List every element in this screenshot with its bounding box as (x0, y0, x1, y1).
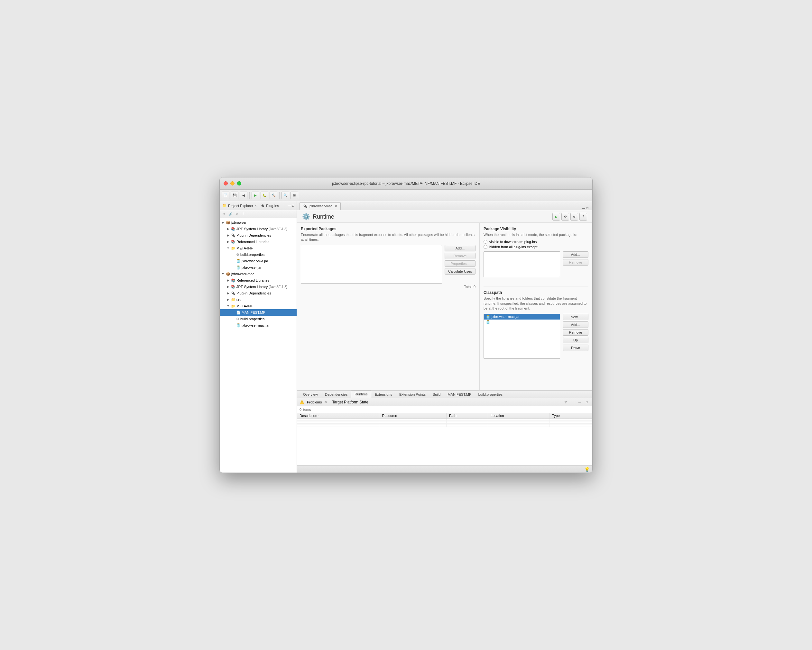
plugins-tab[interactable]: 🔌 Plug-ins (260, 204, 279, 208)
search-button[interactable]: 🔍 (281, 192, 289, 199)
deps-icon: 🔌 (231, 233, 235, 237)
filter-problems-button[interactable]: ▽ (563, 399, 568, 405)
tree-item-reflibs2[interactable]: ▶ 📚 Referenced Libraries (220, 277, 297, 283)
properties-package-button[interactable]: Properties... (445, 260, 476, 267)
tree-item-buildprops1[interactable]: ▶ ⚙ build.properties (220, 251, 297, 258)
exported-packages-list[interactable] (301, 245, 442, 283)
tree-item-plugindeps1[interactable]: ▶ 🔌 Plug-in Dependencies (220, 232, 297, 239)
tab-close-button[interactable]: ✕ (334, 204, 337, 208)
build-button[interactable]: 🔨 (270, 192, 277, 199)
filter-button[interactable]: ▽ (234, 211, 240, 217)
radio-visible[interactable]: visible to downstream plug-ins (484, 240, 588, 244)
perspective-button[interactable]: ⊞ (290, 192, 298, 199)
back-button[interactable]: ◀ (240, 192, 247, 199)
tree-item-mac-jar[interactable]: ▶ 🫙 jxbrowser-mac.jar (220, 322, 297, 329)
tab-extension-points[interactable]: Extension Points (396, 391, 429, 398)
tree-label: META-INF (237, 304, 253, 308)
project-explorer-close[interactable]: ✕ (255, 204, 257, 207)
minimize-button[interactable] (230, 181, 235, 186)
tree-item-jre2[interactable]: ▶ 📚 JRE System Library [JavaSE-1.8] (220, 283, 297, 290)
minimize-editor-icon[interactable]: — (582, 206, 585, 210)
calculate-uses-button[interactable]: Calculate Uses (445, 268, 476, 274)
sync-action-button[interactable]: ↺ (570, 213, 578, 221)
settings-action-button[interactable]: ⚙ (562, 213, 569, 221)
classpath-content: 🫙 jxbrowser-mac.jar 🫙 . New.. (484, 314, 588, 359)
radio-hidden-btn[interactable] (484, 245, 487, 249)
problems-menu-button[interactable]: ⋮ (570, 399, 575, 405)
add-visibility-button[interactable]: Add... (563, 251, 588, 258)
tree-item-jxbrowser-jar[interactable]: ▶ 🫙 jxbrowser.jar (220, 264, 297, 271)
sidebar-tabs: 📁 Project Explorer ✕ 🔌 Plug-ins (222, 204, 279, 208)
remove-classpath-button[interactable]: Remove (563, 329, 588, 336)
radio-visible-btn[interactable] (484, 240, 487, 244)
tree-item-jre1[interactable]: ▶ 📚 JRE System Library [JavaSE-1.8] (220, 226, 297, 232)
statusbar: 💡 (297, 466, 592, 473)
maximize-button[interactable] (237, 181, 241, 186)
eclipse-ide-window: jxbrowser-eclipse-rpc-tutorial – jxbrows… (220, 177, 592, 473)
titlebar: jxbrowser-eclipse-rpc-tutorial – jxbrows… (220, 177, 592, 190)
radio-visible-label: visible to downstream plug-ins (489, 240, 537, 244)
tree-item-jxbrowser[interactable]: ▶ 📦 jxbrowser (220, 219, 297, 226)
new-classpath-button[interactable]: New... (563, 314, 588, 320)
sidebar-minimize-icon[interactable]: — (288, 204, 291, 207)
project-explorer-tab[interactable]: 📁 Project Explorer ✕ (222, 204, 257, 208)
remove-visibility-button[interactable]: Remove (563, 259, 588, 265)
jar-icon: 🫙 (236, 323, 241, 327)
sidebar-header: 📁 Project Explorer ✕ 🔌 Plug-ins — □ (220, 201, 297, 210)
tree-item-swt-jar[interactable]: ▶ 🫙 jxbrowser-swt.jar (220, 258, 297, 264)
problems-content: 0 items Description ↑ Resource Path Loca… (297, 406, 592, 466)
debug-button[interactable]: 🐛 (261, 192, 268, 199)
sidebar-maximize-icon[interactable]: □ (292, 204, 294, 207)
close-button[interactable] (224, 181, 228, 186)
jxbrowser-mac-tab[interactable]: 🔌 jxbrowser-mac ✕ (299, 202, 341, 210)
arrow-icon: ▶ (226, 291, 230, 295)
tree-item-buildprops2[interactable]: ▶ ⚙ build.properties (220, 316, 297, 322)
save-button[interactable]: 💾 (230, 192, 238, 199)
src-folder-icon: 📁 (231, 298, 235, 302)
down-classpath-button[interactable]: Down (563, 345, 588, 351)
problems-close-icon[interactable]: ✕ (324, 400, 327, 404)
classpath-item-dot[interactable]: 🫙 . (484, 320, 560, 325)
problems-toolbar: ▽ ⋮ — □ (563, 399, 590, 405)
classpath-list[interactable]: 🫙 jxbrowser-mac.jar 🫙 . (484, 314, 560, 359)
tree-item-jxbrowser-mac[interactable]: ▼ 📦 jxbrowser-mac (220, 271, 297, 277)
manifest-icon: 📄 (236, 311, 241, 315)
tab-dependencies[interactable]: Dependencies (321, 391, 351, 398)
tree-item-plugindeps2[interactable]: ▶ 🔌 Plug-in Dependencies (220, 290, 297, 296)
run-action-button[interactable]: ▶ (553, 213, 560, 221)
problems-maximize-button[interactable]: □ (584, 399, 590, 405)
problems-minimize-button[interactable]: — (577, 399, 583, 405)
classpath-item-jar[interactable]: 🫙 jxbrowser-mac.jar (484, 314, 560, 320)
tab-overview[interactable]: Overview (299, 391, 321, 398)
new-button[interactable]: 📄 (222, 192, 229, 199)
tree-item-metainf2[interactable]: ▼ 📁 META-INF (220, 303, 297, 309)
tree-label: META-INF (237, 246, 253, 250)
tab-manifest[interactable]: MANIFEST.MF (444, 391, 475, 398)
collapse-all-button[interactable]: ⊟ (221, 211, 227, 217)
remove-package-button[interactable]: Remove (445, 253, 476, 259)
view-menu-button[interactable]: ⋮ (240, 211, 246, 217)
problems-panel: ⚠️ Problems ✕ Target Platform State ▽ ⋮ … (297, 398, 592, 466)
up-classpath-button[interactable]: Up (563, 337, 588, 343)
tab-runtime[interactable]: Runtime (351, 391, 371, 398)
problems-title: Problems (307, 400, 322, 404)
tree-item-manifest[interactable]: ▶ 📄 MANIFEST.MF (220, 309, 297, 316)
tree-item-metainf1[interactable]: ▼ 📁 META-INF (220, 245, 297, 251)
target-platform-label[interactable]: Target Platform State (332, 400, 368, 404)
run-button[interactable]: ▶ (252, 192, 259, 199)
package-visibility-list[interactable] (484, 251, 560, 277)
add-package-button[interactable]: Add... (445, 245, 476, 251)
add-classpath-button[interactable]: Add... (563, 321, 588, 328)
link-editor-button[interactable]: 🔗 (227, 211, 233, 217)
folder-icon: 📁 (231, 246, 235, 250)
tree-item-reflibs1[interactable]: ▶ 📚 Referenced Libraries (220, 239, 297, 245)
tree-item-src[interactable]: ▶ 📁 src (220, 296, 297, 303)
radio-hidden[interactable]: hidden from all plug-ins except: (484, 245, 588, 249)
classpath-desc: Specify the libraries and folders that c… (484, 296, 588, 311)
help-action-button[interactable]: ? (579, 213, 587, 221)
tab-build[interactable]: Build (429, 391, 444, 398)
maximize-editor-icon[interactable]: □ (586, 206, 588, 210)
tab-extensions[interactable]: Extensions (371, 391, 396, 398)
tab-build-properties[interactable]: build.properties (475, 391, 506, 398)
tree-label: Referenced Libraries (237, 279, 269, 282)
